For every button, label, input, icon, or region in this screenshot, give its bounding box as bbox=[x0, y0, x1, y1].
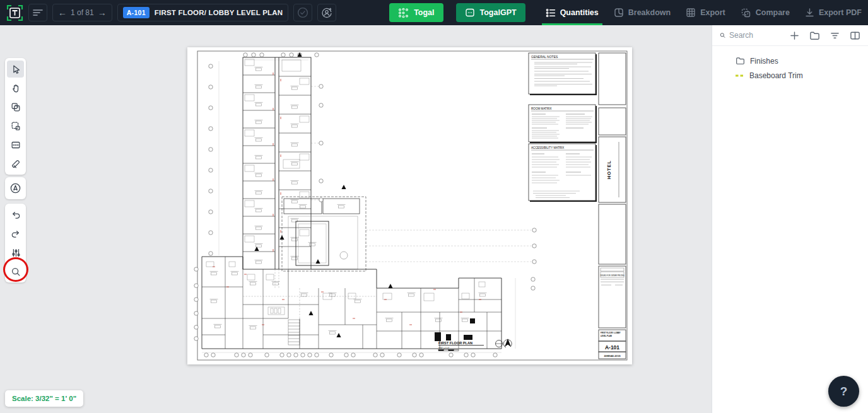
titleblock-name-line2: LEVEL PLAN bbox=[601, 335, 612, 337]
folder-icon bbox=[736, 57, 745, 65]
tab-export[interactable]: Export bbox=[686, 0, 725, 25]
north-arrow bbox=[503, 339, 512, 347]
dots-grid-icon bbox=[398, 8, 409, 18]
zoom-icon bbox=[10, 266, 21, 277]
download-icon bbox=[805, 8, 814, 18]
next-page-button[interactable]: → bbox=[98, 8, 107, 18]
sheet-list-button[interactable] bbox=[28, 4, 47, 21]
tab-quantities[interactable]: Quantities bbox=[546, 0, 599, 25]
toolbar-history bbox=[5, 204, 26, 282]
tab-export-pdf[interactable]: Export PDF bbox=[805, 0, 862, 25]
sheet-info[interactable]: A-101 FIRST FLOOR/ LOBBY LEVEL PLAN bbox=[117, 4, 289, 21]
scale-indicator: Scale: 3/32" = 1' 0" bbox=[5, 390, 83, 407]
search-input[interactable] bbox=[729, 31, 786, 40]
notebook-icon bbox=[614, 8, 624, 18]
annotate-icon bbox=[9, 182, 21, 194]
approve-sheet-button[interactable] bbox=[293, 4, 312, 21]
zoom-tool[interactable] bbox=[7, 263, 24, 280]
undo-icon bbox=[10, 209, 21, 221]
redo-icon bbox=[10, 228, 21, 240]
sort-icon bbox=[33, 8, 43, 17]
drawing-canvas[interactable]: HOTEL ISSUED FOR OWNER PRICING FIRST FLO… bbox=[0, 25, 712, 413]
titleblock-hotel-label: HOTEL bbox=[606, 160, 612, 179]
togal-button-label: Togal bbox=[414, 8, 434, 17]
search-icon bbox=[720, 31, 725, 40]
titleblock-issue: ISSUED FOR OWNER PRICING bbox=[600, 274, 624, 277]
page-counter: 1 of 81 bbox=[71, 8, 94, 17]
togal-logo-icon[interactable] bbox=[6, 4, 23, 21]
table-icon bbox=[686, 8, 696, 18]
toolbar-annotate bbox=[5, 177, 26, 199]
split-region-tool[interactable] bbox=[7, 136, 24, 153]
user-sparkle-icon bbox=[321, 7, 332, 18]
quantities-panel: Finishes Baseboard Trim bbox=[712, 25, 868, 413]
undo-button[interactable] bbox=[7, 206, 24, 223]
view-tabs: Quantities Breakdown bbox=[546, 0, 862, 25]
tab-label: Export PDF bbox=[819, 8, 862, 17]
hand-icon bbox=[10, 83, 21, 94]
auto-name-button[interactable] bbox=[317, 4, 336, 21]
toolbar-main bbox=[5, 58, 26, 175]
redo-button[interactable] bbox=[7, 225, 24, 242]
folder-label: Finishes bbox=[750, 57, 778, 66]
titleblock-project-number: 20HESAD-22135 bbox=[604, 355, 620, 358]
room-matrix-title: ROOM MATRIX bbox=[531, 107, 552, 110]
tab-label: Quantities bbox=[560, 8, 599, 17]
tree-item-baseboard-trim[interactable]: Baseboard Trim bbox=[712, 68, 868, 83]
panel-header bbox=[712, 25, 868, 46]
sheet-title: FIRST FLOOR/ LOBBY LEVEL PLAN bbox=[155, 9, 283, 16]
adjustments-icon bbox=[10, 247, 21, 259]
tab-label: Breakdown bbox=[628, 8, 671, 17]
titleblock-name-line1: FIRST FLOOR / LOBBY bbox=[601, 332, 621, 334]
select-copy-tool[interactable] bbox=[7, 117, 24, 134]
layout-button book-icon[interactable] bbox=[850, 31, 860, 40]
duplicate-tool[interactable] bbox=[7, 98, 24, 115]
takeoff-swatch bbox=[736, 74, 744, 78]
filter-button filter-icon[interactable] bbox=[830, 32, 840, 40]
plan-scale: 3/32" = 1'-0" bbox=[438, 347, 449, 349]
annotate-tool[interactable] bbox=[7, 180, 24, 197]
duplicate-icon bbox=[10, 102, 21, 113]
add-item-button plus-icon[interactable] bbox=[790, 31, 799, 40]
sheet-number-badge: A-101 bbox=[123, 7, 150, 18]
page-navigator: ← 1 of 81 → bbox=[52, 4, 112, 21]
titleblock-sheet-number: A-101 bbox=[605, 344, 619, 351]
tree-folder-finishes[interactable]: Finishes bbox=[712, 54, 868, 68]
select-tool[interactable] bbox=[7, 61, 24, 78]
togalgpt-button[interactable]: TogalGPT bbox=[456, 3, 525, 22]
floor-plan-drawing: HOTEL ISSUED FOR OWNER PRICING FIRST FLO… bbox=[187, 47, 632, 364]
compare-icon bbox=[741, 8, 751, 18]
togalgpt-button-label: TogalGPT bbox=[480, 8, 517, 17]
tab-label: Export bbox=[700, 8, 725, 17]
item-label: Baseboard Trim bbox=[749, 71, 803, 80]
tab-breakdown[interactable]: Breakdown bbox=[614, 0, 671, 25]
sheet-page[interactable]: HOTEL ISSUED FOR OWNER PRICING FIRST FLO… bbox=[187, 47, 632, 364]
takeoff-tree: Finishes Baseboard Trim bbox=[712, 46, 868, 83]
chat-square-icon bbox=[465, 8, 475, 18]
pan-tool[interactable] bbox=[7, 79, 24, 96]
prev-page-button[interactable]: ← bbox=[58, 8, 67, 18]
tab-label: Compare bbox=[756, 8, 790, 17]
top-bar: ← 1 of 81 → A-101 FIRST FLOOR/ LOBBY LEV… bbox=[0, 0, 868, 25]
new-folder-button folder-icon[interactable] bbox=[809, 31, 820, 40]
accessibility-matrix-title: ACCESSIBILITY MATRIX bbox=[531, 146, 564, 149]
tab-compare[interactable]: Compare bbox=[741, 0, 790, 25]
help-button[interactable]: ? bbox=[828, 376, 859, 407]
cursor-icon bbox=[10, 64, 21, 75]
plan-title: FIRST FLOOR PLAN bbox=[438, 341, 472, 345]
general-notes-title: GENERAL NOTES bbox=[531, 55, 558, 59]
eraser-tool[interactable] bbox=[7, 155, 24, 172]
split-region-icon bbox=[10, 139, 21, 151]
adjustments-button[interactable] bbox=[7, 244, 24, 261]
togal-run-button[interactable]: Togal bbox=[389, 3, 443, 22]
list-icon bbox=[546, 8, 556, 18]
eraser-icon bbox=[10, 158, 21, 170]
check-circle-icon bbox=[297, 7, 308, 18]
select-copy-icon bbox=[10, 120, 21, 132]
